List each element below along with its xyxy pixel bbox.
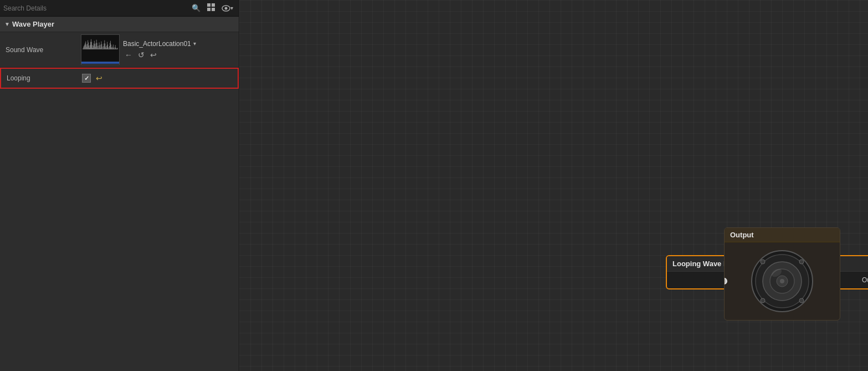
sound-wave-label: Sound Wave [0, 44, 78, 56]
asset-name: Basic_ActorLocation01 [123, 40, 191, 48]
asset-action-buttons: ← ↺ ↩ [123, 50, 196, 60]
node-output[interactable]: Output [724, 227, 840, 321]
visibility-button[interactable]: ▾ [219, 4, 235, 12]
asset-back-button[interactable]: ← [123, 50, 134, 60]
svg-rect-3 [212, 8, 215, 11]
sound-wave-value: Basic_ActorLocation01 ▾ ← ↺ ↩ [78, 32, 239, 67]
node-wave-player-output-label: Output [862, 276, 868, 284]
node-output-header: Output [725, 228, 840, 242]
asset-dropdown[interactable]: Basic_ActorLocation01 ▾ [123, 40, 196, 48]
looping-value: ↩ [79, 71, 238, 85]
svg-rect-0 [207, 3, 210, 7]
section-title: Wave Player [12, 20, 54, 28]
looping-reset-button[interactable]: ↩ [94, 73, 104, 83]
main-area: Looping Wave Player : Basic_ActorLocatio… [239, 0, 868, 371]
sound-wave-thumbnail [81, 34, 120, 65]
search-input[interactable] [3, 4, 187, 12]
left-panel: 🔍 ▾ ▼ Wave Player Sound Wave [0, 0, 239, 371]
svg-rect-6 [81, 35, 119, 64]
search-bar: 🔍 ▾ [0, 0, 239, 17]
svg-rect-2 [207, 8, 210, 11]
node-output-body [725, 242, 840, 320]
looping-row: Looping ↩ [0, 68, 239, 89]
svg-point-82 [799, 298, 804, 303]
svg-point-79 [761, 260, 765, 264]
collapse-arrow-icon: ▼ [4, 21, 10, 27]
looping-label: Looping [1, 72, 79, 84]
section-header-wave-player[interactable]: ▼ Wave Player [0, 17, 239, 32]
svg-rect-1 [212, 3, 215, 7]
svg-point-78 [780, 279, 784, 283]
node-output-title: Output [730, 231, 754, 239]
svg-rect-72 [81, 62, 119, 64]
grid-view-button[interactable] [205, 3, 217, 13]
search-button[interactable]: 🔍 [189, 3, 203, 13]
properties-area: Sound Wave [0, 32, 239, 89]
sound-wave-asset-controls: Basic_ActorLocation01 ▾ ← ↺ ↩ [123, 40, 196, 60]
svg-point-80 [799, 260, 804, 264]
node-output-input-connector[interactable] [724, 278, 727, 284]
asset-refresh-button[interactable]: ↺ [136, 50, 146, 60]
speaker-icon [749, 248, 815, 314]
sound-wave-row: Sound Wave [0, 32, 239, 68]
asset-reset-button[interactable]: ↩ [148, 50, 158, 60]
svg-point-81 [761, 298, 765, 303]
svg-point-5 [225, 7, 228, 9]
dropdown-arrow-icon: ▾ [193, 40, 196, 47]
looping-checkbox[interactable] [82, 74, 91, 83]
